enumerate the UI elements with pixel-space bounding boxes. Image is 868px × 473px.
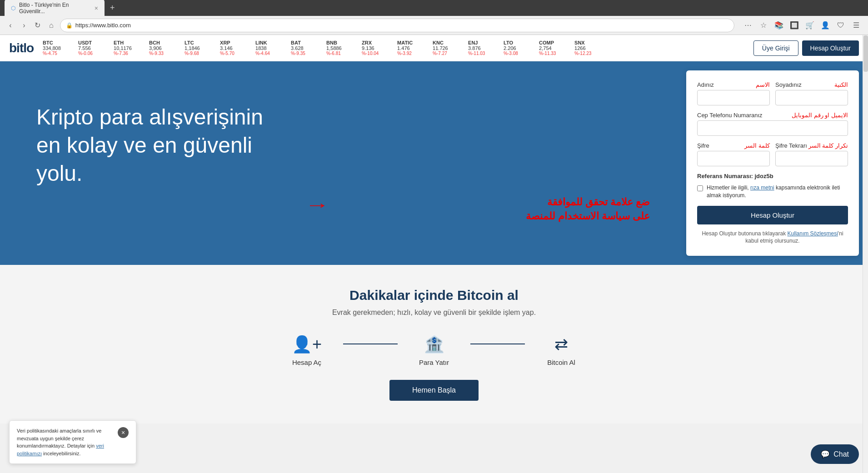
cart-icon[interactable]: 🛒 <box>803 19 816 32</box>
ticker-symbol: LINK <box>255 40 267 45</box>
address-bar[interactable]: 🔒 https://www.bitlo.com <box>60 19 734 32</box>
ticker-price: 1838 <box>255 45 266 51</box>
ticker-change: %-3.08 <box>504 51 518 56</box>
chat-label: Chat <box>833 450 849 458</box>
shield-icon[interactable]: 🛡 <box>834 19 847 32</box>
last-name-label-tr: Soyadınız <box>775 81 802 88</box>
toolbar-right: ⋯ ☆ 📚 🔲 🛒 👤 🛡 ☰ <box>742 19 863 32</box>
chat-icon: 💬 <box>821 450 830 458</box>
start-button[interactable]: Hemen Başla <box>389 380 479 401</box>
annotation-line1: ضع علامة تحقق للموافقة <box>36 195 650 209</box>
ticker-change: %-9.35 <box>291 51 305 56</box>
ticker-item-matic: MATIC 1.476 %-3.92 <box>397 40 424 56</box>
browser-toolbar: ‹ › ↻ ⌂ 🔒 https://www.bitlo.com ⋯ ☆ 📚 🔲 … <box>0 16 868 35</box>
consent-checkbox[interactable] <box>697 185 703 191</box>
register-button[interactable]: Hesap Oluştur <box>802 40 859 56</box>
password-repeat-group: Şifre Tekrarı تكرار كلمة السر <box>775 142 848 166</box>
forward-button[interactable]: › <box>19 19 29 32</box>
scrollbar-thumb[interactable] <box>863 35 868 72</box>
password-repeat-label-row: Şifre Tekrarı تكرار كلمة السر <box>775 142 848 149</box>
ticker-change: %-10.04 <box>362 51 379 56</box>
last-name-label-ar: الكنية <box>834 81 848 88</box>
refresh-button[interactable]: ↻ <box>33 19 43 32</box>
synced-tabs-icon[interactable]: 🔲 <box>788 19 801 32</box>
hero-content: Kripto para alışverişinin en kolay ve en… <box>0 61 686 265</box>
browser-chrome: ⬡ Bitlo - Türkiye'nin En Güvenilir... × … <box>0 0 868 16</box>
login-button[interactable]: Üye Girişi <box>753 40 798 56</box>
ticker-symbol: ZRX <box>362 40 372 45</box>
account-icon[interactable]: 👤 <box>819 19 832 32</box>
ticker-change: %-3.92 <box>397 51 412 56</box>
password-group: Şifre كلمة السر <box>697 142 770 166</box>
phone-input[interactable] <box>697 120 848 136</box>
ticker-price: 2,754 <box>539 45 552 51</box>
back-button[interactable]: ‹ <box>5 19 15 32</box>
url-text: https://www.bitlo.com <box>75 22 131 29</box>
ticker-price: 11.726 <box>433 45 448 51</box>
step-1-label: Hesap Aç <box>292 358 321 366</box>
ticker-change: %-9.33 <box>149 51 164 56</box>
menu-icon[interactable]: ☰ <box>850 19 863 32</box>
ticker-symbol: SNX <box>574 40 585 45</box>
riza-metni-link[interactable]: rıza metni <box>750 184 774 191</box>
form-footer: Hesap Oluştur butonuna tıklayarak Kullan… <box>697 230 848 245</box>
ticker-item-snx: SNX 1266 %-12.23 <box>574 40 602 56</box>
header-buttons: Üye Girişi Hesap Oluştur <box>753 40 859 56</box>
ticker-change: %-0.06 <box>78 51 93 56</box>
consent-checkbox-row: Hizmetler ile ilgili, rıza metni kapsamı… <box>697 184 848 199</box>
ticker-item-comp: COMP 2,754 %-11.33 <box>539 40 566 56</box>
hero-title: Kripto para alışverişinin en kolay ve en… <box>36 103 286 188</box>
step-2: 🏦 Para Yatır <box>398 335 470 366</box>
ticker-change: %-6.81 <box>326 51 341 56</box>
cookie-text: Veri politikasındaki amaçlarla sınırlı v… <box>17 427 113 457</box>
ticker-price: 1,5886 <box>326 45 342 51</box>
crypto-ticker: BTC 334,808 %-4.75 USDT 7.556 %-0.06 ETH… <box>43 40 753 56</box>
ticker-price: 2.206 <box>504 45 516 51</box>
password-input[interactable] <box>697 151 770 166</box>
ticker-price: 3,906 <box>149 45 162 51</box>
password-label-tr: Şifre <box>697 142 709 149</box>
ticker-symbol: BTC <box>43 40 53 45</box>
ticker-item-bat: BAT 3.628 %-9.35 <box>291 40 318 56</box>
ticker-price: 7.556 <box>78 45 91 51</box>
ticker-change: %-4.75 <box>43 51 57 56</box>
referans-text: Referans Numarası: jdoz5b <box>697 173 848 179</box>
ticker-price: 3.628 <box>291 45 304 51</box>
password-row: Şifre كلمة السر Şifre Tekrarı تكرار كلمة… <box>697 142 848 166</box>
site-header: bitlo BTC 334,808 %-4.75 USDT 7.556 %-0.… <box>0 35 868 61</box>
password-repeat-input[interactable] <box>775 151 848 166</box>
home-button[interactable]: ⌂ <box>46 19 56 32</box>
step-1: 👤+ Hesap Aç <box>270 335 343 366</box>
ticker-symbol: LTC <box>185 40 194 45</box>
cookie-close-button[interactable]: × <box>118 427 129 438</box>
kullanim-sozlesmesi-link[interactable]: Kullanım Sözleşmesi <box>788 230 838 237</box>
ticker-symbol: BAT <box>291 40 301 45</box>
create-account-button[interactable]: Hesap Oluştur <box>697 206 848 224</box>
ticker-symbol: ENJ <box>468 40 478 45</box>
ticker-item-zrx: ZRX 9.136 %-10.04 <box>362 40 389 56</box>
consent-text1: Hizmetler ile ilgili, <box>707 184 750 191</box>
bookmark-icon[interactable]: ☆ <box>757 19 770 32</box>
ticker-symbol: MATIC <box>397 40 413 45</box>
steps-icons: 👤+ Hesap Aç 🏦 Para Yatır ⇄ Bitcoin Al <box>18 335 850 366</box>
tab-close-button[interactable]: × <box>95 5 98 12</box>
arrow-icon: → <box>305 195 329 214</box>
ticker-symbol: LTO <box>504 40 513 45</box>
ticker-change: %-11.03 <box>468 51 485 56</box>
new-tab-button[interactable]: + <box>110 3 115 13</box>
last-name-input[interactable] <box>775 90 848 105</box>
library-icon[interactable]: 📚 <box>773 19 785 32</box>
chat-button[interactable]: 💬 Chat <box>811 444 859 464</box>
scrollbar-track[interactable] <box>863 35 868 473</box>
site-logo[interactable]: bitlo <box>9 41 34 55</box>
browser-tab[interactable]: ⬡ Bitlo - Türkiye'nin En Güvenilir... × <box>5 0 105 17</box>
last-name-group: Soyadınız الكنية <box>775 81 848 105</box>
ticker-symbol: COMP <box>539 40 554 45</box>
extensions-icon[interactable]: ⋯ <box>742 19 754 32</box>
password-label-ar: كلمة السر <box>744 142 770 149</box>
ticker-change: %-7.27 <box>433 51 447 56</box>
password-repeat-label-tr: Şifre Tekrarı <box>775 142 807 149</box>
first-name-input[interactable] <box>697 90 770 105</box>
ticker-price: 334,808 <box>43 45 61 51</box>
ticker-item-eth: ETH 10,1176 %-7.36 <box>114 40 141 56</box>
